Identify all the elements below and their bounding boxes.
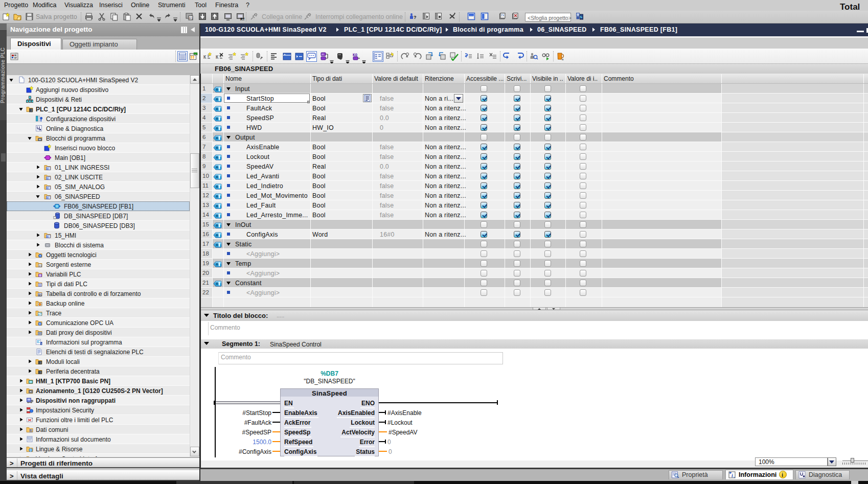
svg-text:K: K xyxy=(203,55,207,60)
svg-text:K: K xyxy=(216,55,219,60)
svg-text:01: 01 xyxy=(39,265,42,267)
svg-text:i: i xyxy=(41,342,42,345)
svg-text:i: i xyxy=(732,473,733,478)
svg-text:a: a xyxy=(562,58,564,61)
svg-text:01: 01 xyxy=(322,53,325,56)
svg-text:RT: RT xyxy=(240,17,245,21)
svg-text:01: 01 xyxy=(189,16,193,20)
svg-text:?: ? xyxy=(414,15,417,20)
